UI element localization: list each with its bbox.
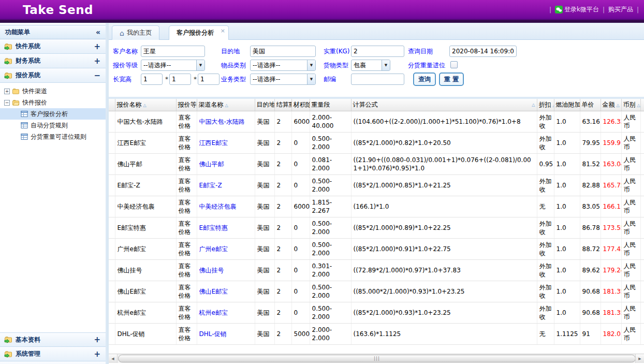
column-header-amount[interactable]: 金额△ <box>601 99 621 111</box>
sidebar-item-basic-data[interactable]: 基本资料 + <box>0 332 106 347</box>
length-input[interactable] <box>141 74 163 85</box>
cell-cut <box>640 132 644 153</box>
channel-link[interactable]: E邮宝特惠 <box>199 224 228 231</box>
quote-level-select[interactable]: --请选择-- ▼ <box>141 60 205 71</box>
sort-ascending-icon[interactable]: △ <box>532 103 535 107</box>
column-header-discount[interactable]: 折扣△ <box>537 99 554 111</box>
table-row[interactable]: E邮宝-Z直客价格E邮宝-Z美国200.500-2.000((85*2/1.00… <box>109 174 644 196</box>
expand-plus-icon[interactable]: + <box>94 335 100 344</box>
table-row[interactable]: 佛山挂号直客价格佛山挂号美国200.301-2.000((72.89*2/1.0… <box>109 259 644 281</box>
tree-node-express-channel[interactable]: + 快件渠道 <box>0 85 106 97</box>
sort-ascending-icon[interactable]: △ <box>617 103 620 108</box>
sidebar-item-finance-system[interactable]: 财务系统 + <box>0 54 106 68</box>
collapse-minus-icon[interactable]: − <box>94 71 100 80</box>
scroll-left-icon[interactable]: ◀ <box>109 354 118 363</box>
cell-channel-name[interactable]: E邮宝特惠 <box>197 217 255 238</box>
tree-node-customer-quote-analysis[interactable]: 客户报价分析 <box>0 108 106 120</box>
close-tab-icon[interactable]: × <box>221 27 225 34</box>
channel-link[interactable]: 中国大包-水陆路 <box>199 118 245 125</box>
cell-channel-name[interactable]: DHL-促销 <box>197 323 255 344</box>
tab-my-homepage[interactable]: ⌂ 我的主页 <box>112 25 159 40</box>
query-button[interactable]: 查询 <box>413 72 436 86</box>
cell-channel-name[interactable]: 中美经济包裹 <box>197 196 255 217</box>
table-row[interactable]: 佛山E邮宝直客价格佛山E邮宝美国200.500-2.000((85.000*2/… <box>109 281 644 302</box>
tree-node-auto-split-rule[interactable]: 自动分货规则 <box>0 120 106 131</box>
table-row[interactable]: 佛山平邮直客价格佛山平邮美国200.081-2.000((21.90+((0.0… <box>109 153 644 174</box>
item-type-select[interactable]: --请选择-- ▼ <box>250 60 316 71</box>
cargo-type-select[interactable]: 包裹 ▼ <box>351 60 390 71</box>
channel-link[interactable]: DHL-促销 <box>199 330 227 338</box>
table-row[interactable]: 广州e邮宝直客价格广州e邮宝美国200.500-2.000((85*2/1.00… <box>109 238 644 259</box>
channel-link[interactable]: 杭州e邮宝 <box>199 309 228 316</box>
table-row[interactable]: 杭州e邮宝直客价格杭州e邮宝美国200.500-2.000((85*2/1.00… <box>109 302 644 323</box>
column-header-quote-name[interactable]: 报价名称△ <box>115 99 176 111</box>
sort-ascending-icon[interactable]: △ <box>143 103 147 108</box>
expand-plus-icon[interactable]: + <box>94 56 100 66</box>
cell-channel-name[interactable]: 江西E邮宝 <box>197 132 255 153</box>
channel-link[interactable]: E邮宝-Z <box>199 182 222 189</box>
select-value: --请选择-- <box>143 61 171 70</box>
column-header-weight-range[interactable]: 重量段 <box>310 99 351 111</box>
column-header-unit-price[interactable]: 单价 <box>580 99 601 111</box>
chevron-down-icon[interactable]: ▼ <box>307 74 315 84</box>
query-date-input[interactable] <box>449 46 517 57</box>
tree-expand-icon[interactable]: + <box>4 89 10 94</box>
buy-product-link[interactable]: 购买产品 <box>608 5 633 14</box>
tree-node-split-weight-carry-rule[interactable]: 分货重量可进位规则 <box>0 131 106 142</box>
column-header-quote-level[interactable]: 报价等级 <box>176 99 197 111</box>
cell-channel-name[interactable]: 广州e邮宝 <box>197 238 255 259</box>
cell-channel-name[interactable]: 杭州e邮宝 <box>197 302 255 323</box>
channel-link[interactable]: 佛山平邮 <box>199 161 224 168</box>
sidebar-item-express-system[interactable]: 快件系统 + <box>0 39 106 54</box>
chevron-down-icon[interactable]: ▼ <box>196 60 204 70</box>
cell-quote-level: 直客价格 <box>176 153 197 174</box>
tree-collapse-icon[interactable]: − <box>4 100 10 106</box>
table-row[interactable]: E邮宝特惠直客价格E邮宝特惠美国200.500-2.000((85*2/1.00… <box>109 217 644 238</box>
width-input[interactable] <box>169 74 191 85</box>
scrollbar-thumb[interactable]: ||| <box>118 355 636 362</box>
sort-ascending-icon[interactable]: △ <box>225 103 228 108</box>
channel-link[interactable]: 江西E邮宝 <box>199 139 228 147</box>
table-row[interactable]: 中国大包-水陆路直客价格中国大包-水陆路美国260002.000-40.000(… <box>109 111 644 132</box>
sidebar-item-system-manage[interactable]: 系统管理 + <box>0 347 106 361</box>
tab-customer-quote-analysis[interactable]: 客户报价分析 × <box>169 25 229 40</box>
destination-input[interactable] <box>250 46 316 57</box>
channel-link[interactable]: 佛山挂号 <box>199 267 224 274</box>
column-header-fuel-surcharge[interactable]: 燃油附加△ <box>554 99 580 111</box>
cell-channel-name[interactable]: 佛山E邮宝 <box>197 281 255 302</box>
chevron-down-icon[interactable]: ▼ <box>307 60 315 70</box>
column-header-volume-divisor[interactable]: 材积除△ <box>291 99 310 111</box>
sidebar-item-quote-system[interactable]: 报价系统 − <box>0 68 106 83</box>
scroll-right-icon[interactable]: ▶ <box>635 354 644 363</box>
expand-plus-icon[interactable]: + <box>94 42 100 51</box>
table-row[interactable]: DHL-促销直客价格DHL-促销美国250002.000-2.000(163.6… <box>109 323 644 344</box>
column-header-currency[interactable]: 币别△ <box>621 99 640 111</box>
cell-channel-name[interactable]: 中国大包-水陆路 <box>197 111 255 132</box>
cell-channel-name[interactable]: E邮宝-Z <box>197 174 255 196</box>
split-weight-carry-checkbox[interactable] <box>450 61 458 68</box>
channel-link[interactable]: 广州e邮宝 <box>199 245 228 253</box>
actual-weight-input[interactable] <box>351 46 404 57</box>
collapse-sidebar-icon[interactable]: « <box>96 28 100 36</box>
height-input[interactable] <box>198 74 219 85</box>
sort-ascending-icon[interactable]: △ <box>637 103 640 108</box>
zip-code-input[interactable] <box>351 74 404 85</box>
reset-button[interactable]: 重 置 <box>439 72 464 86</box>
customer-name-input[interactable] <box>141 46 205 57</box>
cell-channel-name[interactable]: 佛山挂号 <box>197 259 255 281</box>
chevron-down-icon[interactable]: ▼ <box>382 60 390 70</box>
expand-plus-icon[interactable]: + <box>94 350 100 359</box>
table-row[interactable]: 中美经济包裹直客价格中美经济包裹美国260001.815-2.267(166.1… <box>109 196 644 217</box>
channel-link[interactable]: 中美经济包裹 <box>199 203 237 210</box>
column-header-formula[interactable]: 计算公式△ <box>351 99 537 111</box>
column-header-destination[interactable]: 目的地△ <box>255 99 274 111</box>
business-type-select[interactable]: --请选择-- ▼ <box>250 74 316 85</box>
column-header-channel-name[interactable]: 渠道名称△ <box>197 99 255 111</box>
login-kwei-link[interactable]: 登录k微平台 <box>555 5 599 14</box>
horizontal-scrollbar[interactable]: ◀ ||| ▶ <box>109 354 644 363</box>
column-header-settle-weight[interactable]: 结算重△ <box>274 99 291 111</box>
cell-channel-name[interactable]: 佛山平邮 <box>197 153 255 174</box>
tree-node-express-quote[interactable]: − 快件报价 <box>0 97 106 108</box>
table-row[interactable]: 江西E邮宝直客价格江西E邮宝美国200.500-2.000((85*2/1.00… <box>109 132 644 153</box>
channel-link[interactable]: 佛山E邮宝 <box>199 288 228 295</box>
